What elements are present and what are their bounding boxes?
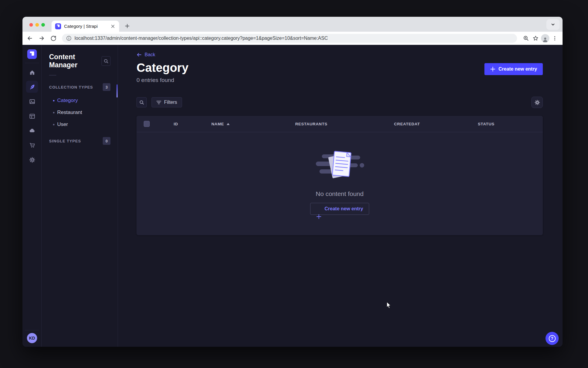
gear-icon: [29, 157, 35, 163]
strapi-admin-page: KD Content Manager COLLECTION TYPES 3 Ca…: [22, 45, 563, 347]
sidebar-item-media-library[interactable]: [26, 95, 38, 107]
page-info-icon[interactable]: [66, 36, 72, 41]
tab-title: Category | Strapi: [64, 24, 110, 29]
sidebar-item-settings[interactable]: [26, 154, 38, 166]
search-icon: [139, 100, 144, 105]
user-avatar[interactable]: KD: [27, 333, 37, 343]
zoom-icon[interactable]: [521, 34, 531, 43]
maximize-window-button[interactable]: [41, 23, 45, 27]
main-panel: Back Category 0 entries found Create new…: [118, 45, 563, 347]
close-window-button[interactable]: [29, 23, 33, 27]
bullet-icon: [53, 112, 54, 113]
tab-search-chevron-icon[interactable]: [546, 19, 560, 30]
empty-create-new-entry-button[interactable]: Create new entry: [310, 203, 369, 215]
new-tab-button[interactable]: [122, 21, 132, 31]
subnav-search-button[interactable]: [101, 56, 110, 66]
strapi-logo[interactable]: [27, 49, 37, 59]
browser-tab[interactable]: Category | Strapi: [51, 21, 119, 32]
back-nav-icon[interactable]: [25, 33, 35, 43]
filter-icon: [156, 100, 161, 105]
plus-icon: [316, 214, 322, 219]
sidebar-item-content-type-builder[interactable]: [26, 110, 38, 122]
forward-nav-icon[interactable]: [37, 33, 47, 43]
sidebar-divider: [25, 330, 39, 330]
sidebar-item-marketplace[interactable]: [26, 139, 38, 151]
column-header-status[interactable]: STATUS: [478, 122, 543, 126]
cart-icon: [29, 142, 35, 148]
view-settings-button[interactable]: [531, 97, 543, 108]
sort-ascending-icon: [227, 123, 230, 125]
collection-types-count-badge: 3: [103, 83, 110, 91]
active-item-indicator: [116, 84, 118, 98]
column-header-name[interactable]: NAME: [211, 122, 295, 126]
entries-count: 0 entries found: [137, 77, 543, 83]
subnav-divider: [49, 75, 56, 75]
reload-icon[interactable]: [48, 33, 58, 43]
sidebar-divider: [25, 63, 39, 63]
column-header-restaurants[interactable]: RESTAURANTS: [295, 122, 394, 126]
bookmark-star-icon[interactable]: [531, 34, 540, 43]
feather-pen-icon: [29, 84, 35, 90]
empty-state-message: No content found: [316, 190, 364, 197]
subnav-item-category[interactable]: Category: [42, 95, 118, 107]
content-manager-subnav: Content Manager COLLECTION TYPES 3 Categ…: [42, 45, 118, 347]
cloud-icon: [29, 127, 35, 134]
back-arrow-icon: [137, 52, 142, 57]
help-button[interactable]: ?: [545, 332, 559, 345]
sidebar-item-cloud[interactable]: [26, 124, 38, 136]
url-bar[interactable]: localhost:1337/admin/content-manager/col…: [62, 34, 517, 43]
single-types-label: SINGLE TYPES: [49, 139, 81, 143]
sidebar-item-content-manager[interactable]: [26, 81, 38, 93]
strapi-favicon: [55, 23, 61, 29]
tab-close-icon[interactable]: [110, 24, 116, 29]
subnav-title: Content Manager: [49, 53, 101, 69]
bullet-icon: [53, 124, 54, 125]
main-sidebar: KD: [22, 45, 42, 347]
select-all-checkbox[interactable]: [144, 121, 150, 127]
bullet-icon: [53, 100, 54, 101]
browser-toolbar: localhost:1337/admin/content-manager/col…: [22, 32, 563, 45]
browser-window: Category | Strapi localhost:1337/admin/c…: [22, 17, 563, 347]
profile-avatar-icon[interactable]: [540, 34, 550, 43]
page-title: Category: [137, 61, 543, 74]
media-library-icon: [29, 98, 35, 105]
plus-icon: [490, 66, 495, 72]
collection-types-label: COLLECTION TYPES: [49, 85, 93, 89]
url-text: localhost:1337/admin/content-manager/col…: [75, 36, 328, 41]
layout-icon: [29, 113, 35, 119]
entries-table: ID NAME RESTAURANTS CREATEDAT STATUS: [137, 116, 543, 235]
filters-button[interactable]: Filters: [151, 97, 182, 107]
list-search-button[interactable]: [137, 97, 147, 107]
browser-menu-icon[interactable]: [550, 34, 560, 43]
question-mark-icon: ?: [549, 335, 556, 342]
gear-icon: [534, 100, 540, 105]
column-header-id[interactable]: ID: [174, 122, 211, 126]
subnav-item-restaurant[interactable]: Restaurant: [42, 107, 118, 118]
empty-state: No content found Create new entry: [137, 132, 543, 215]
no-content-illustration: [315, 148, 365, 183]
column-header-createdat[interactable]: CREATEDAT: [394, 122, 478, 126]
minimize-window-button[interactable]: [35, 23, 39, 27]
single-types-count-badge: 0: [103, 137, 110, 145]
back-link[interactable]: Back: [137, 52, 155, 57]
create-new-entry-button[interactable]: Create new entry: [484, 63, 543, 75]
browser-tabstrip: Category | Strapi: [22, 17, 563, 32]
table-header-row: ID NAME RESTAURANTS CREATEDAT STATUS: [137, 116, 543, 132]
sidebar-item-home[interactable]: [26, 66, 38, 78]
home-icon: [29, 69, 35, 76]
search-icon: [104, 59, 109, 64]
subnav-item-user[interactable]: User: [42, 118, 118, 130]
